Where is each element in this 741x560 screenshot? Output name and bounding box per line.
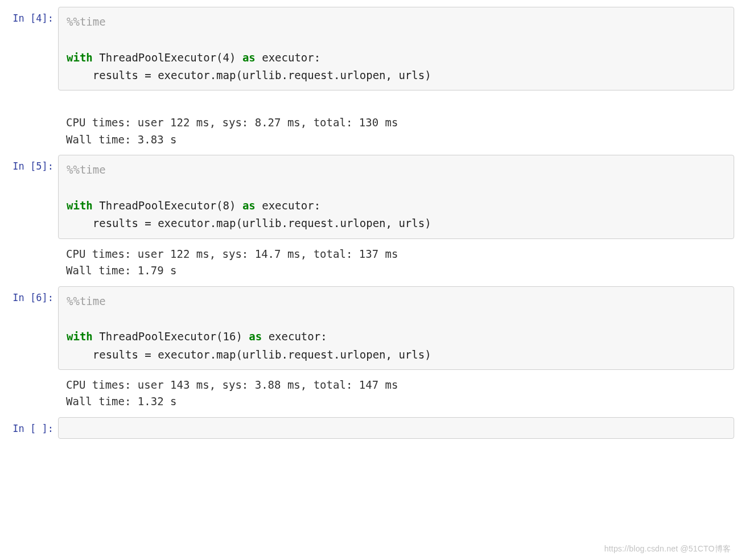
output-cell: CPU times: user 122 ms, sys: 8.27 ms, to…: [7, 110, 734, 153]
input-prompt-empty: In [ ]:: [7, 417, 58, 439]
magic-command: %%time: [67, 295, 106, 307]
input-prompt: In [6]:: [7, 286, 58, 370]
keyword-with: with: [67, 51, 93, 64]
input-prompt: In [5]:: [7, 155, 58, 238]
code-rest: executor:: [256, 51, 320, 64]
keyword-as: as: [242, 199, 256, 212]
output-line: Wall time: 1.79 s: [66, 264, 176, 277]
keyword-with: with: [67, 330, 93, 343]
code-cell: In [4]: %%time with ThreadPoolExecutor(4…: [7, 7, 734, 90]
output-prompt-spacer: [7, 241, 58, 284]
code-cell: In [5]: %%time with ThreadPoolExecutor(8…: [7, 155, 734, 238]
keyword-with: with: [67, 199, 93, 212]
output-prompt-spacer: [7, 372, 58, 415]
code-fn: ThreadPoolExecutor(16): [93, 330, 249, 343]
output-cell: CPU times: user 122 ms, sys: 14.7 ms, to…: [7, 241, 734, 284]
code-line: results = executor.map(urllib.request.ur…: [67, 217, 431, 229]
input-prompt: In [4]:: [7, 7, 58, 90]
code-fn: ThreadPoolExecutor(8): [93, 199, 242, 212]
output-cell: CPU times: user 143 ms, sys: 3.88 ms, to…: [7, 372, 734, 415]
gap: [7, 93, 734, 110]
code-output: CPU times: user 122 ms, sys: 8.27 ms, to…: [58, 110, 734, 153]
code-input[interactable]: %%time with ThreadPoolExecutor(8) as exe…: [58, 155, 734, 238]
keyword-as: as: [242, 51, 256, 64]
code-line: results = executor.map(urllib.request.ur…: [67, 348, 431, 361]
code-output: CPU times: user 122 ms, sys: 14.7 ms, to…: [58, 241, 734, 284]
code-rest: executor:: [256, 199, 320, 212]
output-line: CPU times: user 143 ms, sys: 3.88 ms, to…: [66, 378, 398, 391]
magic-command: %%time: [67, 15, 106, 28]
output-line: Wall time: 3.83 s: [66, 133, 176, 146]
code-cell: In [6]: %%time with ThreadPoolExecutor(1…: [7, 286, 734, 370]
code-input[interactable]: %%time with ThreadPoolExecutor(16) as ex…: [58, 286, 734, 370]
output-line: Wall time: 1.32 s: [66, 395, 176, 407]
code-input[interactable]: %%time with ThreadPoolExecutor(4) as exe…: [58, 7, 734, 90]
code-cell-empty: In [ ]:: [7, 417, 734, 439]
output-line: CPU times: user 122 ms, sys: 14.7 ms, to…: [66, 248, 398, 260]
magic-command: %%time: [67, 163, 106, 176]
code-rest: executor:: [262, 330, 327, 343]
keyword-as: as: [249, 330, 262, 343]
output-line: CPU times: user 122 ms, sys: 8.27 ms, to…: [66, 116, 398, 129]
code-output: CPU times: user 143 ms, sys: 3.88 ms, to…: [58, 372, 734, 415]
code-fn: ThreadPoolExecutor(4): [93, 51, 242, 64]
code-line: results = executor.map(urllib.request.ur…: [67, 69, 431, 81]
code-input-empty[interactable]: [58, 417, 734, 439]
output-prompt-spacer: [7, 110, 58, 153]
